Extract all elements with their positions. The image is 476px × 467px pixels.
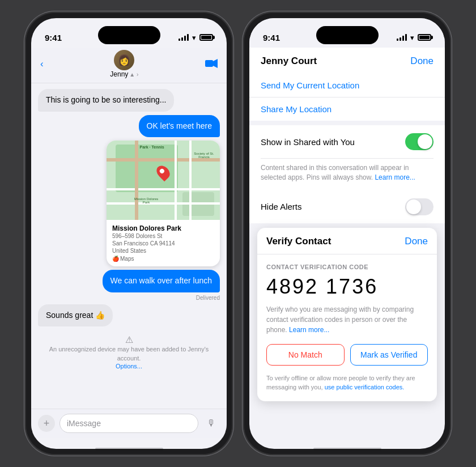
- wifi-icon-right: ▾: [410, 33, 414, 42]
- signal-icon: [178, 34, 189, 41]
- verification-learn-more-link[interactable]: Learn more...: [289, 326, 329, 334]
- jenny-done-button[interactable]: Done: [410, 56, 434, 67]
- verification-code-label: CONTACT VERIFICATION CODE: [266, 264, 428, 270]
- map-info: Mission Dolores Park 596–598 Dolores St …: [107, 220, 220, 266]
- wifi-icon: ▾: [192, 33, 196, 42]
- verify-contact-modal: Verify Contact Done CONTACT VERIFICATION…: [257, 228, 437, 401]
- battery-icon: [199, 34, 213, 41]
- verify-modal-title: Verify Contact: [266, 236, 331, 247]
- home-indicator-left: [95, 448, 163, 450]
- messages-list: This is going to be so interesting... OK…: [31, 83, 227, 412]
- warning-text: An unrecognized device may have been add…: [38, 345, 220, 363]
- verify-footer-text: To verify offline or allow more people t…: [266, 373, 428, 392]
- jenny-panel-header: Jenny Court Done: [249, 48, 445, 74]
- warning-icon: ⚠: [38, 334, 220, 345]
- delivered-label: Delivered: [196, 295, 220, 301]
- message-input[interactable]: iMessage: [60, 414, 198, 433]
- map-thumbnail: Park · Tennis Society of St. Francis Mis…: [107, 141, 220, 220]
- show-shared-toggle[interactable]: [405, 133, 434, 150]
- jenny-court-panel: Jenny Court Done Send My Current Locatio…: [249, 48, 445, 121]
- dynamic-island-right: [316, 26, 379, 44]
- message-placeholder: iMessage: [67, 419, 101, 428]
- dynamic-island: [98, 26, 160, 44]
- left-screen: 9:41 ▾ ‹: [31, 18, 227, 449]
- jenny-panel-title: Jenny Court: [261, 56, 317, 67]
- verify-action-buttons: No Match Mark as Verified: [266, 344, 428, 366]
- right-phone-screen: 9:41 ▾ Jenny Court: [249, 18, 445, 449]
- shared-learn-more-link[interactable]: Learn more...: [375, 173, 415, 181]
- add-attachment-button[interactable]: +: [38, 415, 55, 432]
- hide-alerts-row: Hide Alerts: [261, 190, 434, 223]
- message-bubble-incoming-2: Sounds great 👍: [38, 304, 113, 327]
- avatar: 👩: [114, 50, 134, 70]
- right-phone: 9:41 ▾ Jenny Court: [244, 12, 450, 455]
- jenny-options: Send My Current Location Share My Locati…: [249, 74, 445, 121]
- verify-modal-body: CONTACT VERIFICATION CODE 4892 1736 Veri…: [257, 254, 437, 401]
- svg-marker-1: [213, 59, 218, 68]
- contact-header[interactable]: 👩 Jenny ▲ ›: [110, 50, 138, 78]
- message-bubble-incoming-1: This is going to be so interesting...: [38, 89, 174, 112]
- no-match-button[interactable]: No Match: [266, 344, 345, 366]
- share-location-option[interactable]: Share My Location: [249, 97, 445, 121]
- map-card[interactable]: Park · Tennis Society of St. Francis Mis…: [107, 141, 220, 266]
- map-address: 596–598 Dolores St San Francisco CA 9411…: [112, 232, 214, 254]
- place-name: Mission Dolores Park: [112, 224, 214, 232]
- maps-link: 🍎Maps: [112, 256, 214, 262]
- messages-screen: 9:41 ▾ ‹: [31, 18, 227, 449]
- message-bubble-outgoing-1: OK let's meet here: [139, 115, 220, 138]
- message-bubble-outgoing-2: We can walk over after lunch: [103, 270, 220, 292]
- verification-description: Verify who you are messaging with by com…: [266, 304, 428, 335]
- right-screen: 9:41 ▾ Jenny Court: [249, 18, 445, 449]
- verify-done-button[interactable]: Done: [405, 236, 428, 247]
- home-indicator-right: [313, 448, 381, 450]
- show-shared-toggle-row: Show in Shared with You: [261, 125, 434, 159]
- back-chevron-icon: ‹: [40, 58, 44, 70]
- contact-status: ▲ ›: [129, 71, 138, 78]
- verification-code-value: 4892 1736: [266, 275, 428, 299]
- verify-modal-header: Verify Contact Done: [257, 228, 437, 254]
- contact-name: Jenny ▲ ›: [110, 70, 138, 78]
- video-call-button[interactable]: [205, 57, 218, 71]
- status-icons-left: ▾: [178, 33, 213, 42]
- voice-input-button[interactable]: 🎙: [203, 415, 220, 432]
- public-verification-link[interactable]: use public verification codes.: [325, 384, 405, 390]
- shared-with-you-section: Show in Shared with You Content shared i…: [249, 125, 445, 190]
- send-location-option[interactable]: Send My Current Location: [249, 74, 445, 97]
- warning-options-link[interactable]: Options...: [38, 363, 220, 370]
- left-phone: 9:41 ▾ ‹: [26, 12, 232, 455]
- battery-icon-right: [418, 34, 431, 41]
- status-time-right: 9:41: [263, 33, 280, 43]
- hide-alerts-label: Hide Alerts: [261, 202, 302, 211]
- show-shared-label: Show in Shared with You: [261, 137, 355, 147]
- warning-section: ⚠ An unrecognized device may have been a…: [38, 330, 220, 374]
- status-time-left: 9:41: [45, 33, 62, 43]
- hide-alerts-section: Hide Alerts: [249, 190, 445, 223]
- back-button[interactable]: ‹: [40, 58, 44, 70]
- shared-description-text: Content shared in this conversation will…: [261, 159, 434, 190]
- signal-icon-right: [397, 34, 407, 41]
- mark-verified-button[interactable]: Mark as Verified: [350, 344, 428, 366]
- status-icons-right: ▾: [397, 33, 431, 42]
- message-input-bar: + iMessage 🎙: [31, 409, 227, 438]
- svg-rect-0: [205, 60, 213, 67]
- hide-alerts-toggle[interactable]: [405, 198, 434, 215]
- messages-nav: ‹ 👩 Jenny ▲ ›: [31, 48, 227, 83]
